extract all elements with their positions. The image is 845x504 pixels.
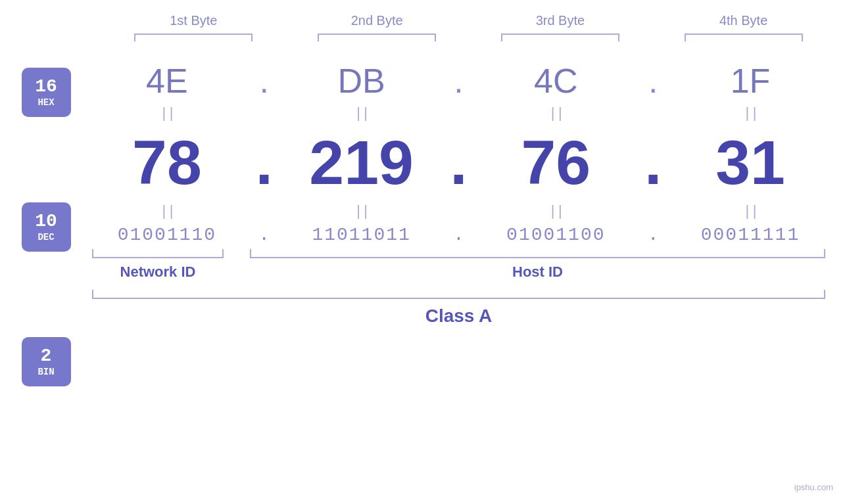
pipe-3: || [490, 106, 621, 122]
values-area: 4E . DB . 4C . 1F [92, 61, 845, 327]
byte-header-4: 4th Byte [678, 13, 809, 28]
dot-dec-3: . [640, 127, 666, 198]
dot-dec-2: . [445, 127, 471, 198]
dot-bin-1: . [251, 225, 278, 245]
pipe-8: || [685, 204, 816, 220]
dec-row: 78 . 219 . 76 . 31 [92, 127, 825, 198]
bin-val-1: 01001110 [101, 225, 233, 245]
top-brackets [102, 34, 835, 41]
dec-val-3: 76 [490, 127, 621, 198]
hex-val-2: DB [296, 61, 427, 101]
hex-base-label: HEX [37, 97, 54, 108]
bracket-4 [685, 34, 803, 41]
hex-val-3: 4C [490, 61, 621, 101]
hex-val-4: 1F [685, 61, 816, 101]
pipe-row-2: || || || || [92, 198, 825, 225]
pipe-4: || [685, 106, 816, 122]
network-bracket [92, 249, 224, 258]
host-bracket [250, 249, 825, 258]
class-label: Class A [425, 306, 493, 326]
byte-headers-row: 1st Byte 2nd Byte 3rd Byte 4th Byte [102, 13, 835, 28]
bracket-2 [318, 34, 436, 41]
main-container: 1st Byte 2nd Byte 3rd Byte 4th Byte 16 H… [0, 0, 845, 504]
pipe-2: || [296, 106, 427, 122]
pipe-1: || [101, 106, 233, 122]
bin-val-2: 11011011 [296, 225, 427, 245]
dot-hex-3: . [640, 61, 666, 101]
dec-val-1: 78 [101, 127, 233, 198]
id-labels-row: Network ID Host ID [92, 263, 825, 281]
bin-val-4: 00011111 [685, 225, 816, 245]
dot-bin-3: . [640, 225, 666, 245]
bin-base-number: 2 [41, 346, 52, 367]
hex-val-1: 4E [101, 61, 233, 101]
pipe-7: || [490, 204, 621, 220]
bottom-brackets-container [92, 249, 825, 258]
dec-badge: 10 DEC [22, 202, 71, 252]
bin-badge: 2 BIN [22, 337, 71, 386]
pipe-row-1: || || || || [92, 101, 825, 127]
dec-val-4: 31 [685, 127, 816, 198]
hex-badge: 16 HEX [22, 68, 71, 117]
dot-hex-2: . [445, 61, 471, 101]
byte-header-1: 1st Byte [128, 13, 259, 28]
host-id-label: Host ID [250, 263, 825, 281]
bin-val-3: 01001100 [490, 225, 621, 245]
pipe-6: || [296, 204, 427, 220]
network-id-label: Network ID [92, 263, 224, 281]
hex-base-number: 16 [35, 77, 57, 97]
dec-base-label: DEC [37, 232, 54, 242]
bracket-1 [134, 34, 253, 41]
pipe-5: || [101, 204, 233, 220]
bin-base-label: BIN [37, 367, 54, 377]
badges-column: 16 HEX 10 DEC 2 BIN [0, 61, 92, 386]
dec-val-2: 219 [296, 127, 427, 198]
dot-dec-1: . [251, 127, 278, 198]
dot-bin-2: . [445, 225, 471, 245]
dot-hex-1: . [251, 61, 278, 101]
hex-row: 4E . DB . 4C . 1F [92, 61, 825, 101]
watermark: ipshu.com [794, 482, 833, 492]
byte-header-2: 2nd Byte [311, 13, 443, 28]
class-label-container: Class A [92, 306, 825, 327]
byte-header-3: 3rd Byte [495, 13, 626, 28]
bracket-3 [501, 34, 619, 41]
class-bracket [92, 290, 825, 299]
bin-row: 01001110 . 11011011 . 01001100 . [92, 225, 825, 245]
dec-base-number: 10 [35, 212, 57, 232]
